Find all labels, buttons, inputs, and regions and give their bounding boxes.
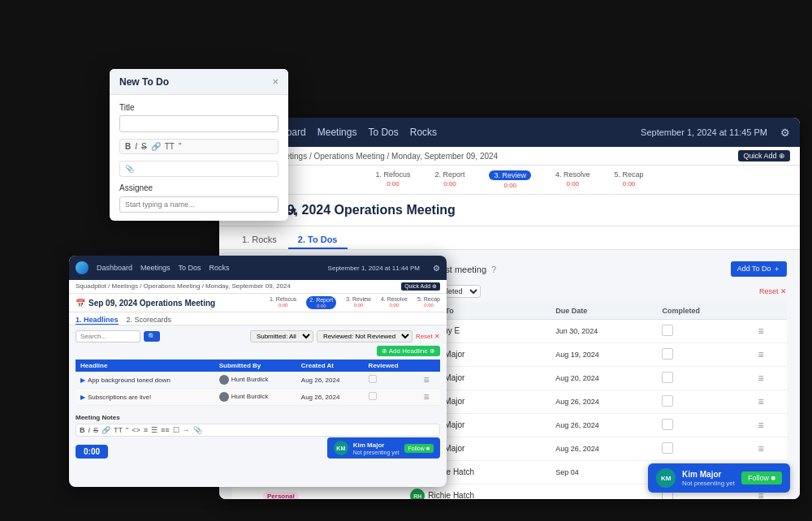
step-refocus[interactable]: 1. Refocus 0:00 (375, 170, 410, 189)
row-menu-icon[interactable]: ≡ (424, 374, 430, 385)
tb-bold[interactable]: B (125, 142, 131, 151)
nav-link-meetings[interactable]: Meetings (317, 127, 357, 138)
sec-step-2[interactable]: 2. Report 0:00 (306, 296, 336, 309)
notes-indent-btn[interactable]: ≡≡ (161, 426, 170, 434)
quick-add-button[interactable]: Quick Add ⊕ (738, 150, 790, 161)
todo-completed-cell[interactable] (655, 390, 751, 414)
notes-bold-btn[interactable]: B (80, 426, 85, 434)
todo-completed-cell[interactable] (655, 343, 751, 367)
todo-actions-cell[interactable]: ≡ (752, 390, 787, 414)
step-review[interactable]: 3. Review 0:00 (489, 170, 531, 189)
step-recap[interactable]: 5. Recap 0:00 (615, 170, 644, 189)
reset-link[interactable]: Reset ✕ (759, 287, 787, 295)
notif-status: Not presenting yet (682, 480, 735, 487)
todo-completed-cell[interactable] (655, 414, 751, 437)
sec-quick-add[interactable]: Quick Add ⊕ (401, 282, 440, 291)
row-actions-cell[interactable]: ≡ (419, 372, 440, 389)
sec-step-5[interactable]: 5. Recap 0:00 (417, 296, 440, 309)
completed-checkbox[interactable] (662, 325, 673, 336)
add-headline-button[interactable]: ⊕ Add Headline ⊕ (377, 346, 440, 356)
sec-nav-date: September 1, 2024 at 11:44 PM (328, 265, 420, 272)
notes-quote-btn[interactable]: " (126, 426, 128, 434)
expand-icon[interactable]: ▶ (80, 394, 85, 401)
submitted-filter[interactable]: Submitted: All (250, 330, 313, 342)
secondary-table: Headline Submitted By Created At Reviewe… (76, 360, 440, 406)
todo-completed-cell[interactable] (655, 367, 751, 390)
nav-link-todos[interactable]: To Dos (368, 127, 398, 138)
sec-step-1[interactable]: 1. Refocus 0:00 (270, 296, 296, 309)
todo-actions-cell[interactable]: ≡ (752, 320, 787, 343)
sec-gear-icon[interactable]: ⚙ (433, 264, 440, 273)
reviewed-cell[interactable] (364, 372, 419, 389)
completed-checkbox[interactable] (662, 395, 673, 407)
todo-completed-cell[interactable] (655, 320, 751, 343)
todo-completed-cell[interactable] (655, 437, 751, 461)
todo-actions-cell[interactable]: ≡ (752, 437, 787, 461)
todo-due-cell: Aug 20, 2024 (549, 367, 655, 390)
menu-dots-icon[interactable]: ≡ (758, 443, 764, 454)
sec-reset-link[interactable]: Reset ✕ (416, 333, 440, 340)
completed-checkbox[interactable] (662, 442, 673, 454)
menu-dots-icon[interactable]: ≡ (758, 325, 764, 337)
completed-checkbox[interactable] (662, 419, 673, 430)
notes-italic-btn[interactable]: I (89, 426, 91, 434)
notes-strike-btn[interactable]: S (93, 426, 98, 434)
nav-links: Dashboard Meetings To Dos Rocks (258, 127, 628, 138)
search-icon[interactable]: 🔍 (144, 331, 160, 342)
row-actions-cell[interactable]: ≡ (419, 389, 440, 406)
gear-icon[interactable]: ⚙ (780, 127, 790, 139)
reviewed-checkbox[interactable] (369, 375, 377, 383)
expand-icon[interactable]: ▶ (80, 377, 85, 384)
completed-checkbox[interactable] (662, 372, 673, 383)
sec-follow-button[interactable]: Follow ■ (404, 444, 434, 453)
reviewed-filter[interactable]: Reviewed: Not Reviewed (317, 330, 412, 342)
help-icon[interactable]: ? (491, 265, 496, 274)
todo-due-cell: Aug 26, 2024 (549, 437, 655, 461)
add-headline-row: ⊕ Add Headline ⊕ (76, 346, 440, 356)
notes-checkbox-btn[interactable]: ☐ (173, 426, 179, 434)
tb-quote[interactable]: " (179, 142, 182, 151)
sec-tab-headlines[interactable]: 1. Headlines (76, 316, 119, 325)
sec-nav-dashboard[interactable]: Dashboard (97, 264, 132, 272)
notes-hr-btn[interactable]: → (183, 426, 190, 434)
completed-checkbox[interactable] (662, 348, 673, 360)
tab-rocks[interactable]: 1. Rocks (232, 231, 287, 249)
sec-nav-rocks[interactable]: Rocks (209, 264, 230, 272)
secondary-search-input[interactable] (76, 330, 140, 342)
sec-step-4[interactable]: 4. Resolve 0:00 (381, 296, 408, 309)
todo-actions-cell[interactable]: ≡ (752, 343, 787, 367)
reviewed-cell[interactable] (364, 389, 419, 406)
sec-nav-meetings[interactable]: Meetings (140, 264, 171, 272)
tb-tt[interactable]: TT (165, 142, 175, 151)
tb-link[interactable]: 🔗 (151, 142, 161, 151)
todo-actions-cell[interactable]: ≡ (752, 414, 787, 437)
notes-ol-btn[interactable]: ☰ (151, 426, 158, 434)
sec-nav-todos[interactable]: To Dos (179, 264, 201, 272)
sec-step-3[interactable]: 3. Review 0:00 (346, 296, 371, 309)
notes-attach-btn[interactable]: 📎 (193, 426, 202, 434)
nav-link-rocks[interactable]: Rocks (410, 127, 437, 138)
follow-button[interactable]: Follow ■ (741, 471, 782, 484)
todo-actions-cell[interactable]: ≡ (752, 367, 787, 390)
tab-todos[interactable]: 2. To Dos (288, 231, 348, 249)
sec-tab-scorecards[interactable]: 2. Scorecards (127, 316, 172, 325)
notes-link-btn[interactable]: 🔗 (102, 426, 110, 434)
menu-dots-icon[interactable]: ≡ (758, 372, 764, 384)
notes-tt-btn[interactable]: TT (114, 426, 123, 434)
notes-code-btn[interactable]: <> (132, 426, 140, 434)
step-resolve[interactable]: 4. Resolve 0:00 (555, 170, 590, 189)
menu-dots-icon[interactable]: ≡ (758, 420, 764, 431)
tb-strike[interactable]: S (141, 142, 147, 151)
reviewed-checkbox[interactable] (369, 392, 377, 400)
modal-close-icon[interactable]: × (272, 75, 279, 88)
assignee-input[interactable] (119, 196, 279, 213)
notes-list-btn[interactable]: ≡ (144, 426, 148, 434)
menu-dots-icon[interactable]: ≡ (758, 396, 764, 407)
title-input[interactable] (119, 115, 279, 132)
menu-dots-icon[interactable]: ≡ (758, 349, 764, 360)
tb-italic[interactable]: I (135, 142, 137, 151)
notes-toolbar: B I S 🔗 TT " <> ≡ ☰ ≡≡ ☐ → 📎 (76, 424, 440, 437)
row-menu-icon[interactable]: ≡ (424, 391, 430, 403)
step-report[interactable]: 2. Report 0:00 (434, 170, 464, 189)
add-todo-button[interactable]: Add To Do ＋ (731, 261, 787, 277)
